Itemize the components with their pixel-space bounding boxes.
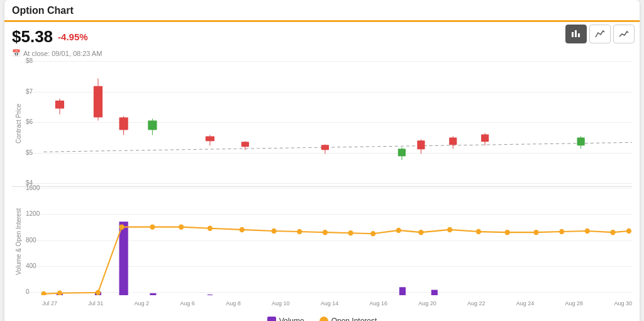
price-section: $5.38 -4.95% — [4, 22, 640, 49]
svg-rect-34 — [431, 290, 438, 296]
svg-point-43 — [272, 228, 277, 234]
legend-open-interest: Open Interest — [319, 317, 377, 321]
svg-point-38 — [119, 224, 124, 230]
x-label-aug8: Aug 8 — [226, 300, 241, 307]
x-label-aug10: Aug 10 — [272, 300, 290, 307]
x-label-aug22: Aug 22 — [467, 300, 486, 307]
chart-legend: Volume Open Interest — [12, 312, 632, 321]
svg-rect-32 — [208, 295, 213, 295]
mountain-chart-button[interactable] — [589, 25, 611, 43]
svg-rect-27 — [577, 137, 585, 145]
x-label-aug24: Aug 24 — [516, 300, 535, 307]
bar-chart-icon — [571, 29, 581, 39]
svg-point-40 — [179, 224, 184, 230]
svg-point-53 — [533, 230, 538, 235]
x-label-aug20: Aug 20 — [418, 300, 436, 307]
bottom-y-axis-label: Volume & Open Interest — [12, 188, 25, 295]
svg-point-52 — [505, 230, 510, 235]
svg-point-56 — [610, 230, 615, 235]
at-close: 📅 At close: 09/01, 08:23 AM — [4, 49, 640, 61]
svg-point-50 — [447, 227, 452, 233]
svg-point-45 — [323, 230, 328, 235]
svg-point-37 — [96, 290, 101, 296]
x-label-jul31: Jul 31 — [88, 300, 103, 307]
svg-rect-17 — [321, 145, 329, 150]
svg-rect-25 — [481, 134, 489, 142]
svg-rect-9 — [119, 118, 128, 130]
svg-point-39 — [150, 224, 155, 230]
at-close-text: At close: 09/01, 08:23 AM — [23, 50, 102, 57]
svg-point-47 — [370, 231, 375, 237]
x-label-aug28: Aug 28 — [565, 300, 584, 307]
svg-rect-2 — [578, 33, 580, 37]
svg-rect-30 — [119, 222, 128, 295]
x-axis-labels: Jul 27 Jul 31 Aug 2 Aug 6 Aug 8 Aug 10 A… — [42, 300, 632, 307]
svg-point-44 — [297, 229, 302, 235]
bottom-chart-inner: 1600 1200 800 400 0 — [25, 188, 632, 295]
svg-rect-23 — [449, 137, 457, 145]
svg-rect-11 — [148, 121, 157, 130]
svg-point-54 — [559, 229, 564, 235]
svg-point-46 — [348, 230, 353, 236]
volume-svg — [25, 188, 632, 295]
svg-rect-21 — [417, 140, 425, 149]
x-label-jul27: Jul 27 — [42, 300, 57, 307]
card-header: Option Chart — [4, 0, 640, 22]
price-change: -4.95% — [58, 31, 88, 42]
svg-point-36 — [57, 291, 62, 295]
x-label-aug14: Aug 14 — [321, 300, 339, 307]
option-chart-card: Option Chart $5.38 -4.95% 📅 At close: 09… — [4, 0, 640, 321]
top-y-axis-label: Contract Price — [12, 61, 25, 186]
svg-line-3 — [44, 142, 632, 152]
svg-point-57 — [626, 228, 631, 234]
charts-wrapper: Contract Price $8 $7 $6 $5 $4 — [4, 61, 640, 321]
x-label-aug30: Aug 30 — [614, 300, 632, 307]
svg-rect-19 — [398, 149, 406, 156]
svg-point-55 — [585, 228, 590, 234]
svg-rect-33 — [399, 287, 406, 295]
price-value: $5.38 — [12, 27, 53, 47]
volume-label: Volume — [279, 317, 304, 321]
svg-rect-7 — [94, 86, 103, 118]
svg-point-51 — [476, 229, 481, 235]
chart-controls — [565, 25, 635, 43]
svg-rect-1 — [575, 30, 577, 37]
legend-volume: Volume — [267, 317, 304, 321]
mountain-chart-icon — [595, 29, 605, 39]
svg-point-42 — [240, 227, 245, 233]
svg-point-41 — [208, 226, 213, 232]
svg-rect-15 — [242, 142, 249, 147]
svg-rect-31 — [150, 293, 156, 295]
x-label-aug2: Aug 2 — [135, 300, 150, 307]
volume-color-box — [267, 317, 276, 321]
line-chart-button[interactable] — [613, 25, 635, 43]
bottom-chart: Volume & Open Interest 1600 1200 800 400… — [12, 188, 632, 295]
svg-point-35 — [41, 291, 46, 295]
calendar-icon: 📅 — [12, 49, 21, 57]
candlestick-svg — [25, 61, 632, 186]
x-label-aug6: Aug 6 — [180, 300, 195, 307]
open-interest-color-box — [319, 317, 328, 321]
open-interest-label: Open Interest — [331, 317, 377, 321]
svg-rect-0 — [572, 32, 574, 37]
card-title: Option Chart — [12, 5, 74, 16]
bar-chart-button[interactable] — [565, 25, 587, 43]
svg-point-48 — [396, 228, 401, 234]
line-chart-icon — [619, 29, 629, 39]
top-chart-inner: $8 $7 $6 $5 $4 — [25, 61, 632, 186]
svg-rect-13 — [206, 136, 214, 141]
svg-rect-5 — [55, 101, 64, 109]
top-chart: Contract Price $8 $7 $6 $5 $4 — [12, 61, 632, 187]
x-label-aug16: Aug 16 — [369, 300, 387, 307]
svg-point-49 — [418, 230, 423, 235]
